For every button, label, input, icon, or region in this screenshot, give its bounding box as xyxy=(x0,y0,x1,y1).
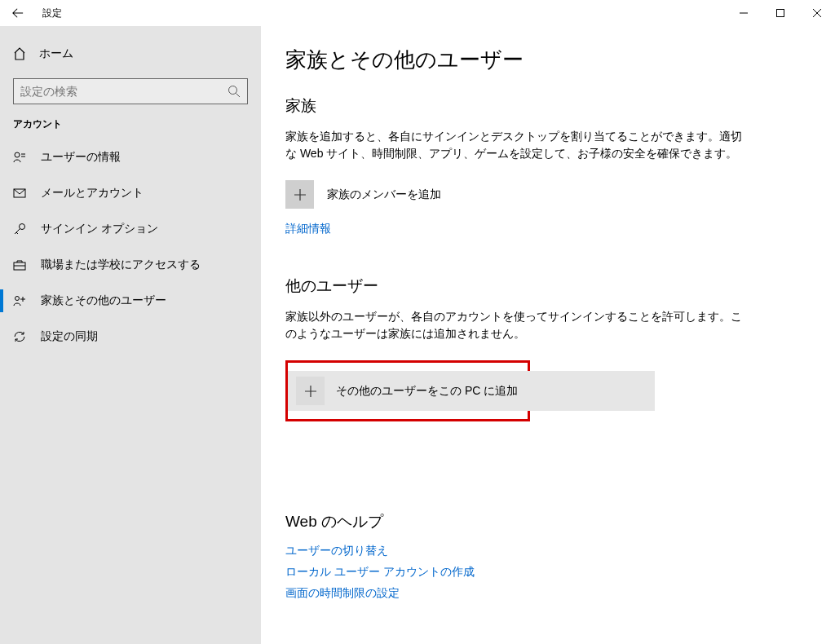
sidebar-item-work-school[interactable]: 職場または学校にアクセスする xyxy=(0,247,261,283)
svg-rect-0 xyxy=(776,10,784,17)
web-help-heading: Web のヘルプ xyxy=(285,511,802,532)
close-icon xyxy=(813,9,821,17)
add-family-label: 家族のメンバーを追加 xyxy=(327,187,441,202)
briefcase-icon xyxy=(13,258,26,271)
sidebar-item-signin-options[interactable]: サインイン オプション xyxy=(0,211,261,247)
svg-point-6 xyxy=(15,297,20,301)
sidebar-item-family-users[interactable]: 家族とその他のユーザー xyxy=(0,283,261,319)
add-family-member-button[interactable]: 家族のメンバーを追加 xyxy=(285,180,652,209)
sidebar-item-user-info[interactable]: ユーザーの情報 xyxy=(0,139,261,175)
maximize-button[interactable] xyxy=(762,0,798,26)
add-other-user-button[interactable]: その他のユーザーをこの PC に追加 xyxy=(288,371,655,411)
maximize-icon xyxy=(776,9,784,17)
home-label: ホーム xyxy=(39,46,73,61)
svg-point-2 xyxy=(15,152,20,157)
sidebar-item-label: 職場または学校にアクセスする xyxy=(41,258,201,272)
plus-icon xyxy=(304,385,317,398)
search-input[interactable] xyxy=(20,85,228,98)
other-users-description: 家族以外のユーザーが、各自のアカウントを使ってサインインすることを許可します。こ… xyxy=(285,308,742,342)
search-icon xyxy=(228,85,241,98)
help-link-create-local-account[interactable]: ローカル ユーザー アカウントの作成 xyxy=(285,565,802,580)
search-box[interactable] xyxy=(13,78,248,104)
family-more-info-link[interactable]: 詳細情報 xyxy=(285,222,802,236)
home-nav[interactable]: ホーム xyxy=(0,37,261,70)
key-icon xyxy=(13,223,26,236)
add-other-user-label: その他のユーザーをこの PC に追加 xyxy=(336,384,518,399)
help-link-switch-user[interactable]: ユーザーの切り替え xyxy=(285,544,802,558)
close-button[interactable] xyxy=(798,0,835,26)
family-heading: 家族 xyxy=(285,95,802,117)
page-title: 家族とその他のユーザー xyxy=(285,46,802,74)
other-users-heading: 他のユーザー xyxy=(285,276,802,297)
window-title: 設定 xyxy=(42,7,62,20)
sidebar-item-label: 家族とその他のユーザー xyxy=(41,293,166,308)
people-plus-icon xyxy=(13,294,26,307)
sidebar-item-label: ユーザーの情報 xyxy=(41,150,121,165)
sidebar-item-label: メールとアカウント xyxy=(41,186,144,201)
svg-point-1 xyxy=(229,86,237,95)
main-content: 家族とその他のユーザー 家族 家族を追加すると、各自にサインインとデスクトップを… xyxy=(261,26,835,644)
back-button[interactable] xyxy=(0,0,36,26)
mail-icon xyxy=(13,187,26,200)
highlight-box: その他のユーザーをこの PC に追加 xyxy=(285,360,530,421)
plus-icon xyxy=(294,188,307,201)
minimize-button[interactable] xyxy=(725,0,762,26)
sidebar: ホーム アカウント ユーザーの情報 メールとアカウント サインイン オプション … xyxy=(0,26,261,644)
minimize-icon xyxy=(740,9,748,17)
svg-point-4 xyxy=(20,224,25,230)
sidebar-item-email-accounts[interactable]: メールとアカウント xyxy=(0,175,261,211)
home-icon xyxy=(13,47,26,60)
family-description: 家族を追加すると、各自にサインインとデスクトップを割り当てることができます。適切… xyxy=(285,128,742,162)
sidebar-item-sync[interactable]: 設定の同期 xyxy=(0,319,261,355)
arrow-left-icon xyxy=(12,7,24,19)
sync-icon xyxy=(13,330,26,343)
help-link-screen-time[interactable]: 画面の時間制限の設定 xyxy=(285,586,802,601)
sidebar-section-header: アカウント xyxy=(0,117,261,131)
sidebar-item-label: 設定の同期 xyxy=(41,329,98,344)
sidebar-item-label: サインイン オプション xyxy=(41,222,158,236)
person-badge-icon xyxy=(13,151,26,164)
